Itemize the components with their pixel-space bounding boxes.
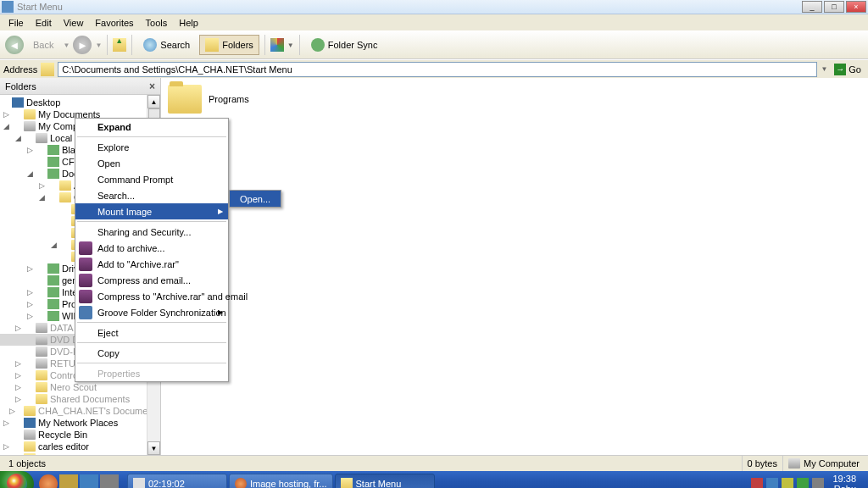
tree-desktop[interactable]: Desktop: [26, 97, 60, 108]
ctx-expand[interactable]: Expand: [75, 119, 228, 135]
task-button[interactable]: Image hosting, fr...: [229, 474, 333, 488]
separator: [299, 35, 300, 55]
app-icon: [2, 1, 14, 13]
folders-button[interactable]: Folders: [199, 35, 259, 55]
folder-icon: [36, 382, 47, 392]
menu-help[interactable]: Help: [174, 16, 203, 30]
foldersync-button[interactable]: Folder Sync: [305, 35, 384, 55]
submenu-arrow-icon: ▶: [218, 308, 223, 316]
tree-netplaces[interactable]: My Network Places: [38, 418, 118, 428]
tree-item[interactable]: Nero Scout: [50, 382, 97, 392]
tree-item[interactable]: ESPERANZA: [38, 453, 95, 455]
statusbar: 1 objects 0 bytes My Computer: [0, 455, 868, 471]
app-icon[interactable]: [100, 474, 119, 488]
ctx-add-archive-rar[interactable]: Add to "Archive.rar": [75, 256, 228, 272]
groove-icon: [79, 306, 92, 319]
tray-icon[interactable]: [782, 478, 793, 488]
forward-button: ►: [73, 36, 92, 54]
folder-item-programs[interactable]: Programs: [168, 85, 861, 114]
folder-icon: [47, 311, 59, 321]
ctx-properties: Properties: [75, 365, 228, 381]
forward-dropdown-icon: ▼: [95, 42, 102, 49]
maximize-button[interactable]: □: [824, 1, 844, 13]
separator: [77, 221, 226, 222]
toolbar: ◄ Back ▼ ► ▼ ▲ Search Folders ▼ Folder S…: [0, 30, 868, 59]
tree-item[interactable]: carles editor: [38, 441, 89, 452]
back-dropdown-icon[interactable]: ▼: [63, 42, 70, 49]
ctx-groove[interactable]: Groove Folder Synchronization▶: [75, 304, 228, 320]
firefox-icon: [235, 478, 247, 488]
separator: [264, 35, 265, 55]
close-button[interactable]: ×: [846, 1, 866, 13]
content-pane[interactable]: Programs: [161, 78, 868, 455]
folder-icon: [341, 478, 353, 488]
tree-item[interactable]: CHA_CHA.NET's Documents: [38, 406, 160, 416]
tray-icon[interactable]: [751, 478, 763, 488]
menu-file[interactable]: File: [3, 16, 29, 30]
folder-icon: [47, 263, 59, 274]
computer-icon: [788, 458, 800, 469]
dvd-icon: [36, 335, 47, 345]
ctx-eject[interactable]: Eject: [75, 324, 228, 341]
menu-favorites[interactable]: Favorites: [90, 16, 138, 30]
ctx-open[interactable]: Open: [75, 155, 228, 171]
ctx-mount-image[interactable]: Mount Image▶: [75, 203, 228, 219]
volume-icon[interactable]: [812, 478, 824, 488]
rar-icon: [79, 290, 92, 303]
clock[interactable]: 19:38Rabu: [827, 474, 861, 488]
ctx-copy[interactable]: Copy: [75, 345, 228, 361]
back-button[interactable]: ◄: [5, 36, 24, 54]
tree-item[interactable]: Shared Documents: [50, 394, 130, 404]
ctx-compress-rar-email[interactable]: Compress to "Archive.rar" and email: [75, 288, 228, 304]
tray-icon[interactable]: [797, 478, 809, 488]
folder-icon: [59, 180, 71, 191]
ctx-add-archive[interactable]: Add to archive...: [75, 240, 228, 256]
rar-icon: [79, 274, 92, 287]
submenu-arrow-icon: ▶: [218, 208, 223, 215]
folder-label: Programs: [209, 94, 249, 104]
address-label: Address: [3, 64, 37, 75]
status-objects: 1 objects: [3, 456, 743, 471]
system-tray: 19:38Rabu: [744, 474, 868, 488]
close-pane-icon[interactable]: ×: [149, 80, 155, 92]
rar-icon: [79, 258, 92, 271]
minimize-button[interactable]: _: [802, 1, 822, 13]
back-label[interactable]: Back: [27, 36, 59, 53]
folder-icon: [24, 453, 36, 455]
views-button[interactable]: [270, 38, 284, 52]
tray-icon[interactable]: [766, 478, 778, 488]
ctx-explore[interactable]: Explore: [75, 139, 228, 155]
go-button[interactable]: →Go: [831, 63, 865, 76]
ctx-sharing[interactable]: Sharing and Security...: [75, 224, 228, 240]
ctx-cmd[interactable]: Command Prompt: [75, 171, 228, 187]
app-icon[interactable]: [59, 474, 78, 488]
menu-edit[interactable]: Edit: [31, 16, 57, 30]
task-button-active[interactable]: Start Menu: [335, 474, 435, 488]
menu-view[interactable]: View: [58, 16, 89, 30]
task-buttons: 02:19:02 Image hosting, fr... Start Menu: [124, 474, 744, 488]
address-dropdown-icon[interactable]: ▼: [821, 65, 827, 73]
views-dropdown-icon[interactable]: ▼: [287, 42, 294, 49]
drive-icon: [36, 133, 47, 143]
status-size: 0 bytes: [743, 456, 783, 471]
scroll-up-icon[interactable]: ▲: [147, 95, 160, 108]
up-button[interactable]: ▲: [113, 38, 126, 52]
menu-tools[interactable]: Tools: [141, 16, 173, 30]
ctx-compress-email[interactable]: Compress and email...: [75, 272, 228, 288]
separator: [131, 35, 132, 55]
drive-icon: [36, 323, 47, 333]
firefox-icon[interactable]: [39, 474, 58, 488]
scroll-down-icon[interactable]: ▼: [147, 441, 160, 455]
separator: [107, 35, 108, 55]
folder-icon: [36, 370, 47, 380]
task-button[interactable]: 02:19:02: [127, 474, 227, 488]
search-button[interactable]: Search: [137, 35, 196, 55]
address-input[interactable]: [58, 62, 817, 77]
sync-icon: [311, 38, 325, 52]
ctx-sub-open[interactable]: Open...: [230, 191, 281, 207]
ctx-search[interactable]: Search...: [75, 187, 228, 203]
start-button[interactable]: [0, 471, 34, 488]
app-icon[interactable]: [80, 474, 98, 488]
titlebar: Start Menu _ □ ×: [0, 0, 868, 14]
tree-recycle[interactable]: Recycle Bin: [38, 430, 87, 440]
